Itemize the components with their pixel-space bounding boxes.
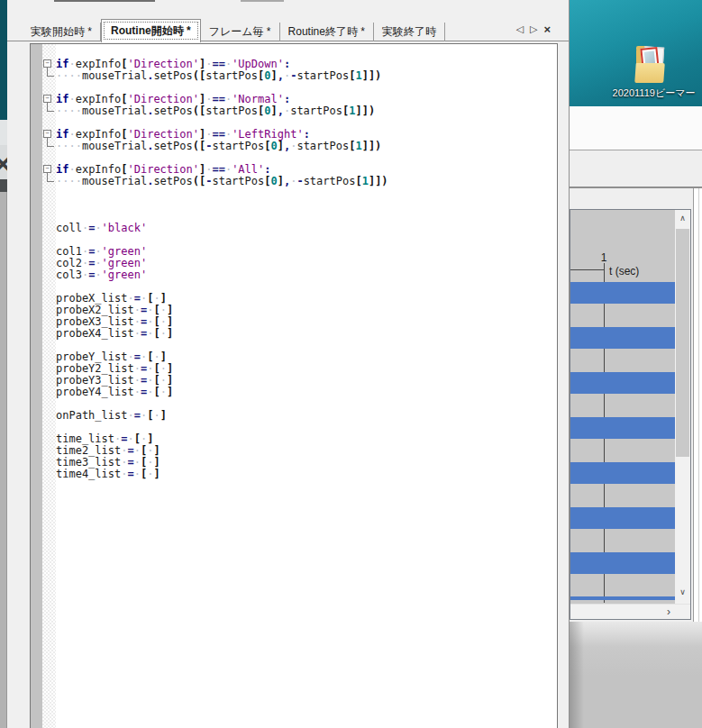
axis-tick-label: 1 — [598, 251, 609, 264]
tab-1[interactable]: 実験開始時 * — [23, 23, 101, 41]
left-window-edge-gray — [0, 192, 7, 728]
code-line: probeY4_list·=·[·] — [31, 387, 557, 398]
code-line: ····mouseTrial.setPos([-startPos[0],·sta… — [31, 141, 557, 152]
desktop: 20201119ビーマー — [570, 0, 702, 106]
routine-time-bar — [570, 507, 675, 529]
code-editor[interactable]: if·expInfo['Direction']·==·'UpDown':····… — [30, 43, 558, 728]
code-line: ····mouseTrial.setPos([-startPos[0],·-st… — [31, 176, 557, 187]
fold-spacer — [31, 387, 56, 398]
background-window-bottom — [570, 622, 702, 728]
tab-scroll-right-button[interactable]: ▷ — [530, 23, 537, 35]
routine-time-bar-partial — [570, 596, 675, 600]
tab-bar: 実験開始時 *Routine開始時 *フレーム毎 *Routine終了時 *実験… — [7, 0, 569, 41]
code-line: probeX4_list·=·[·] — [31, 328, 557, 340]
scroll-right-icon[interactable]: › — [667, 605, 670, 619]
fold-marker — [31, 105, 56, 117]
code-line — [31, 199, 557, 211]
fold-spacer — [31, 375, 56, 387]
routine-time-bar — [570, 372, 675, 394]
left-window-edge-dark — [0, 179, 7, 192]
fold-spacer — [31, 340, 56, 351]
code-line: time4_list·=·[·] — [31, 469, 557, 480]
fold-spacer — [31, 410, 56, 422]
code-line: ····mouseTrial.setPos([startPos[0],·-sta… — [31, 70, 557, 82]
folder-label[interactable]: 20201119ビーマー — [606, 86, 702, 100]
fold-spacer — [31, 211, 56, 223]
tab-5[interactable]: 実験終了時 — [374, 23, 445, 41]
code-line: coll·=·'black' — [31, 223, 557, 234]
fold-spacer — [31, 281, 56, 293]
routine-time-bar — [570, 552, 675, 574]
fold-spacer — [31, 433, 56, 445]
fold-marker — [31, 70, 56, 82]
routine-canvas: 1 t (sec) — [570, 210, 675, 603]
fold-spacer — [31, 351, 56, 363]
fold-spacer — [31, 258, 56, 269]
tab-strip: 実験開始時 *Routine開始時 *フレーム毎 *Routine終了時 *実験… — [23, 19, 445, 41]
routine-time-bar — [570, 462, 675, 484]
fold-spacer — [31, 152, 56, 164]
fold-spacer — [31, 398, 56, 410]
fold-spacer — [31, 293, 56, 305]
tab-nav-buttons: ◁ ▷ × — [515, 23, 551, 35]
routine-time-bar — [570, 327, 675, 349]
fold-spacer — [31, 187, 56, 199]
fold-spacer — [31, 305, 56, 316]
fold-spacer — [31, 117, 56, 129]
fold-spacer — [31, 82, 56, 94]
fold-marker[interactable] — [31, 94, 56, 105]
routine-timeline-panel: 1 t (sec) ∧ ∨ › — [570, 209, 691, 620]
background-window-strip — [570, 106, 702, 150]
fold-marker[interactable] — [31, 59, 56, 70]
background-window-strip — [570, 150, 702, 188]
screen: ✕ 実験開始時 *Routine開始時 *フレーム毎 *Routine終了時 *… — [0, 0, 702, 728]
folder-front — [634, 63, 665, 83]
scroll-up-icon[interactable]: ∧ — [675, 212, 690, 224]
code-component-dialog: 実験開始時 *Routine開始時 *フレーム毎 *Routine終了時 *実験… — [7, 0, 570, 728]
fold-spacer — [31, 246, 56, 258]
fold-spacer — [31, 234, 56, 246]
scroll-down-icon[interactable]: ∨ — [675, 586, 690, 598]
fold-spacer — [31, 457, 56, 469]
tab-scroll-left-button[interactable]: ◁ — [515, 23, 523, 35]
axis-unit-label: t (sec) — [609, 265, 639, 278]
vertical-scrollbar[interactable]: ∧ ∨ — [675, 210, 690, 604]
fold-spacer — [31, 363, 56, 375]
background-window-right-edge — [693, 188, 702, 622]
fold-spacer — [31, 469, 56, 480]
close-tab-button[interactable]: × — [543, 24, 551, 34]
fold-spacer — [31, 328, 56, 340]
folder-icon[interactable] — [634, 45, 669, 85]
fold-marker[interactable] — [31, 164, 56, 176]
fold-marker — [31, 141, 56, 152]
code-line: onPath_list·=·[·] — [31, 410, 557, 422]
fold-marker[interactable] — [31, 129, 56, 141]
code-line — [31, 187, 557, 199]
fold-marker — [31, 176, 56, 187]
fold-spacer — [31, 223, 56, 234]
routine-time-bar — [570, 417, 675, 439]
tab-4[interactable]: Routine終了時 * — [280, 23, 374, 41]
scrollbar-thumb[interactable] — [676, 229, 689, 457]
horizontal-scrollbar[interactable]: › — [570, 604, 690, 619]
fold-spacer — [31, 199, 56, 211]
code-lines: if·expInfo['Direction']·==·'UpDown':····… — [31, 59, 557, 480]
fold-spacer — [31, 445, 56, 457]
tab-3[interactable]: フレーム毎 * — [201, 23, 280, 41]
time-axis — [570, 269, 605, 270]
code-line: col3·=·'green' — [31, 269, 557, 281]
fold-spacer — [31, 269, 56, 281]
code-line: ····mouseTrial.setPos([startPos[0],·star… — [31, 105, 557, 117]
fold-spacer — [31, 316, 56, 328]
left-window-edge — [0, 120, 7, 145]
routine-time-bar — [570, 282, 675, 304]
fold-spacer — [31, 422, 56, 433]
x-icon: ✕ — [0, 150, 7, 179]
left-desktop-sliver — [0, 0, 7, 120]
tab-2[interactable]: Routine開始時 * — [101, 19, 201, 42]
